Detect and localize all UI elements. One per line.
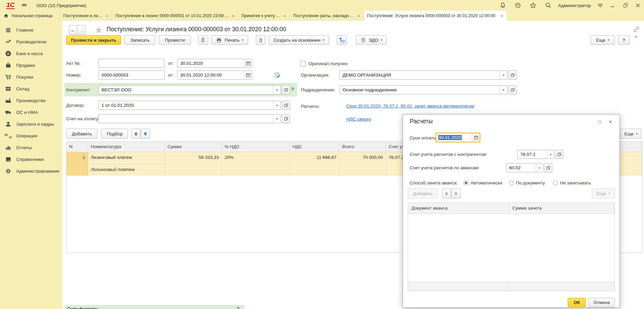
due-date-input[interactable]: 30.01.2020 (436, 133, 480, 142)
organization-open-button[interactable] (509, 71, 517, 80)
vat-mode-link[interactable]: НДС сверху (346, 116, 371, 123)
attachments-button[interactable] (256, 35, 265, 45)
document-date-input[interactable]: 30.01.2020 12:00:00 (177, 71, 252, 80)
notifications-bell-icon[interactable] (499, 1, 507, 9)
close-window-icon[interactable] (634, 1, 642, 9)
tab-leasing-list[interactable]: Поступление в лизинг × (60, 11, 112, 21)
calendar-icon[interactable] (244, 71, 252, 79)
chevron-down-icon[interactable]: ▾ (499, 71, 507, 79)
column-header[interactable]: Сумма зачета (509, 203, 614, 214)
original-received-checkbox[interactable] (300, 61, 306, 67)
post-and-close-button[interactable]: Провести и закрыть (66, 35, 121, 45)
sidebar-item-sales[interactable]: Продажи (0, 59, 62, 71)
restore-window-icon[interactable] (621, 1, 629, 9)
sidebar-item-bank-cash[interactable]: ₽ Банк и касса (0, 48, 62, 59)
radio-no-offset-label[interactable]: Не зачитывать (560, 178, 591, 187)
chevron-down-icon[interactable]: ▾ (499, 86, 507, 94)
dialog-close-icon[interactable]: × (607, 119, 614, 125)
settlements-link[interactable]: Срок 30.01.2020, 76.07.2, 60.02, зачет а… (346, 102, 474, 110)
service-menu-icon[interactable] (596, 1, 604, 9)
number-input[interactable]: 0000-000003 (98, 71, 165, 80)
move-up-button[interactable] (131, 129, 140, 139)
radio-automatic[interactable] (464, 180, 469, 185)
move-down-button[interactable] (141, 129, 150, 139)
calendar-icon[interactable] (472, 133, 480, 142)
favorite-star-icon[interactable] (95, 27, 102, 35)
column-header[interactable]: Сумма (165, 142, 222, 152)
dt-kt-postings-button[interactable]: Дт Кт (198, 35, 208, 45)
items-more-button[interactable]: Еще ▾ (620, 129, 641, 139)
act-number-input[interactable] (98, 59, 165, 68)
vat-cell[interactable]: 11 666,67 (290, 152, 339, 176)
contract-input[interactable]: 1 от 01.01.2020 ▾ (98, 101, 281, 110)
payment-invoice-open-button[interactable] (282, 114, 290, 123)
advance-move-up-button[interactable] (442, 188, 451, 198)
act-date-input[interactable]: 30.01.2020 (177, 59, 252, 68)
edit-number-icon[interactable] (274, 72, 281, 80)
main-menu-icon[interactable] (20, 1, 28, 9)
tab-os-acceptance[interactable]: Принятие к учету ОС × (238, 11, 290, 21)
post-button[interactable]: Провести (159, 35, 191, 45)
advance-add-button[interactable]: Добавить (408, 188, 438, 198)
sidebar-item-purchases[interactable]: Покупки (0, 71, 62, 83)
sidebar-item-directories[interactable]: Справочники (0, 153, 62, 165)
history-icon[interactable] (514, 1, 522, 9)
contractor-help-icon[interactable]: ? (291, 86, 294, 92)
account-contractor-input[interactable]: 76.07.2 ▾ (517, 150, 554, 159)
chevron-down-icon[interactable]: ▾ (273, 115, 281, 123)
tab-close-icon[interactable]: × (283, 13, 286, 18)
tab-close-icon[interactable]: × (357, 13, 360, 18)
sidebar-item-fixed-assets[interactable]: ОС и НМА (0, 106, 62, 118)
total-cell[interactable]: 70 000,00 (339, 152, 386, 176)
account-advance-input[interactable]: 60.02 ▾ (506, 163, 543, 172)
current-user[interactable]: Администратор (558, 3, 591, 8)
column-header[interactable]: Номенклатура (88, 142, 165, 152)
help-button[interactable]: ? (618, 35, 630, 45)
tab-home[interactable]: Начальная страница (0, 11, 60, 21)
print-button[interactable]: Печать ▾ (211, 35, 248, 45)
tab-close-icon[interactable]: × (106, 13, 108, 18)
sidebar-item-reports[interactable]: Отчеты (0, 142, 62, 153)
radio-by-document[interactable] (509, 180, 514, 185)
vat-rate-cell[interactable]: 20% (222, 152, 290, 176)
chevron-down-icon[interactable]: ▾ (547, 150, 554, 159)
sidebar-item-production[interactable]: Производство (0, 95, 62, 106)
account-advance-open-button[interactable] (544, 163, 552, 172)
tab-close-icon[interactable]: × (500, 13, 503, 18)
copy-link-icon[interactable] (633, 26, 640, 34)
chevron-down-icon[interactable]: ▾ (273, 86, 281, 94)
radio-automatic-label[interactable]: Автоматически (471, 178, 502, 187)
write-button[interactable]: Записать (124, 35, 155, 45)
form-more-button[interactable]: Еще ▾ (591, 35, 615, 45)
advance-table-body[interactable] (408, 214, 614, 282)
sidebar-item-payroll-hr[interactable]: Зарплата и кадры (0, 118, 62, 130)
search-icon[interactable] (544, 1, 552, 9)
radio-no-offset[interactable] (553, 180, 558, 185)
column-header[interactable]: % НДС (222, 142, 290, 152)
edo-button[interactable]: ЭДО ▾ (356, 35, 387, 45)
sidebar-item-administration[interactable]: Администрирование (0, 165, 62, 177)
column-header[interactable]: N (67, 142, 88, 152)
column-header[interactable]: Документ аванса (408, 203, 509, 214)
advance-more-button[interactable]: Еще ▾ (592, 188, 615, 198)
sum-cell[interactable]: 58 333,33 (165, 152, 222, 176)
contractor-input[interactable]: ВЕСТЭЛ ООО ▾ (98, 85, 281, 94)
items-add-button[interactable]: Добавить (66, 129, 97, 139)
back-button[interactable]: ← (69, 25, 77, 35)
calendar-icon[interactable] (244, 59, 252, 68)
radio-by-document-label[interactable]: По документу (516, 178, 545, 187)
forward-button[interactable]: → (77, 25, 85, 35)
sidebar-item-operations[interactable]: ДтКт Операции (0, 130, 62, 142)
department-input[interactable]: Основное подразделение ▾ (339, 85, 508, 94)
tab-leasing-doc-1[interactable]: Поступление в лизинг 0000-000001 от 10.0… (112, 11, 238, 21)
contract-open-button[interactable] (282, 101, 290, 110)
payment-invoice-input[interactable]: ▾ (98, 114, 281, 123)
close-form-icon[interactable]: × (634, 34, 638, 40)
ok-button[interactable]: ОК (568, 298, 586, 307)
contractor-open-button[interactable] (282, 85, 290, 94)
tab-close-icon[interactable]: × (232, 13, 234, 18)
invoice-registration-row[interactable]: Счет-фактура: ? (65, 305, 244, 309)
favorites-star-icon[interactable] (529, 1, 537, 9)
related-documents-button[interactable] (337, 35, 347, 45)
cancel-button[interactable]: Отмена (589, 298, 615, 307)
